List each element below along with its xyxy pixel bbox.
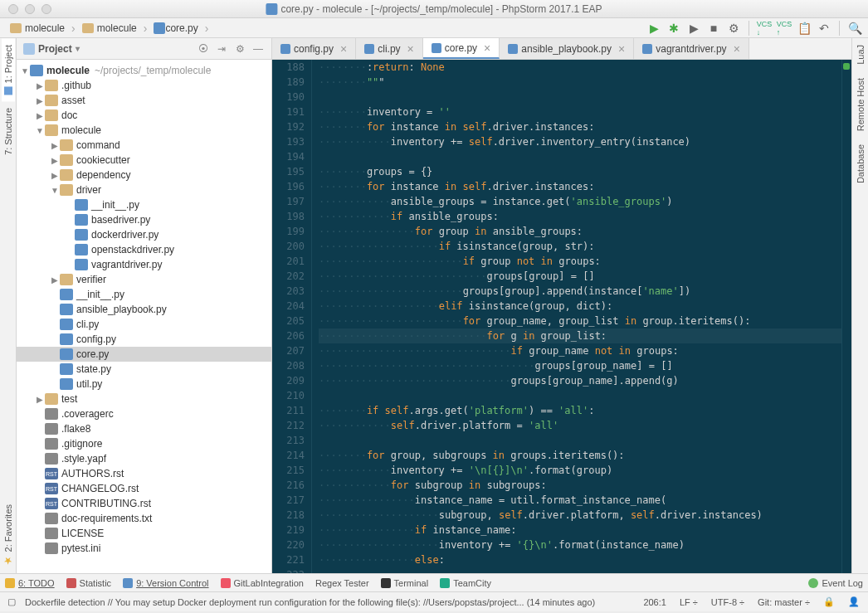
code-line[interactable] bbox=[319, 388, 841, 403]
collapse-all-button[interactable]: ⇥ bbox=[215, 42, 228, 56]
tree-item[interactable]: ▶command bbox=[17, 138, 271, 153]
editor-tab[interactable]: ansible_playbook.py× bbox=[500, 38, 634, 59]
maximize-window-icon[interactable] bbox=[41, 4, 51, 14]
code-line[interactable]: ····························for g in gro… bbox=[319, 328, 841, 343]
editor-tab[interactable]: config.py× bbox=[272, 38, 356, 59]
code-line[interactable]: ········for group, subgroups in groups.i… bbox=[319, 448, 841, 463]
code-line[interactable]: ································groups[g… bbox=[319, 373, 841, 388]
editor-tab[interactable]: core.py× bbox=[423, 38, 500, 59]
tree-item[interactable]: dockerdriver.py bbox=[17, 227, 271, 242]
lock-icon[interactable]: 🔒 bbox=[820, 596, 838, 607]
code-line[interactable]: ········:return: None bbox=[319, 60, 841, 75]
tree-item[interactable]: core.py bbox=[17, 347, 271, 362]
close-window-icon[interactable] bbox=[8, 4, 18, 14]
tree-item[interactable]: ▼driver bbox=[17, 182, 271, 197]
close-tab-icon[interactable]: × bbox=[618, 42, 625, 56]
search-everywhere-button[interactable]: 🔍 bbox=[846, 20, 863, 36]
tree-root[interactable]: ▼molecule~/projects/_temp/molecule bbox=[17, 63, 271, 78]
expand-icon[interactable]: ▼ bbox=[20, 66, 30, 75]
run-button[interactable]: ▶ bbox=[646, 20, 662, 36]
tree-item[interactable]: ▶asset bbox=[17, 93, 271, 108]
breadcrumb-item[interactable]: core.py bbox=[149, 22, 202, 34]
hide-button[interactable]: — bbox=[251, 42, 265, 56]
debug-button[interactable]: ✱ bbox=[666, 20, 682, 36]
code-line[interactable]: ········for instance in self.driver.inst… bbox=[319, 179, 841, 194]
code-line[interactable] bbox=[319, 433, 841, 448]
close-tab-icon[interactable]: × bbox=[484, 41, 490, 55]
tree-item[interactable]: .flake8 bbox=[17, 421, 271, 436]
tree-item[interactable]: pytest.ini bbox=[17, 541, 271, 556]
code-line[interactable]: ········if self.args.get('platform') == … bbox=[319, 403, 841, 418]
tree-item[interactable]: RSTAUTHORS.rst bbox=[17, 466, 271, 481]
tree-item[interactable]: basedriver.py bbox=[17, 212, 271, 227]
breadcrumb-item[interactable]: molecule bbox=[5, 22, 70, 34]
regex-tool-tab[interactable]: Regex Tester bbox=[315, 578, 369, 588]
tree-item[interactable]: vagrantdriver.py bbox=[17, 257, 271, 272]
code-line[interactable]: ····················elif isinstance(grou… bbox=[319, 299, 841, 314]
editor[interactable]: 1881891901911921931941951961971981992002… bbox=[272, 60, 851, 573]
tree-item[interactable]: config.py bbox=[17, 332, 271, 347]
vcs-history-button[interactable]: 📋 bbox=[796, 20, 812, 36]
code-line[interactable]: ····················subgroup, self.drive… bbox=[319, 508, 841, 523]
status-message[interactable]: Dockerfile detection // You may setup Do… bbox=[25, 597, 633, 607]
file-encoding[interactable]: UTF-8 ÷ bbox=[708, 597, 748, 607]
tree-item[interactable]: cli.py bbox=[17, 317, 271, 332]
code-line[interactable]: ············inventory += self.driver.inv… bbox=[319, 134, 841, 149]
expand-icon[interactable]: ▶ bbox=[35, 111, 45, 120]
project-panel-title[interactable]: Project ▾ bbox=[23, 43, 197, 55]
tree-item[interactable]: ▶verifier bbox=[17, 272, 271, 287]
tree-item[interactable]: ▶.github bbox=[17, 78, 271, 93]
expand-icon[interactable]: ▼ bbox=[35, 126, 45, 135]
code-line[interactable]: ················instance_name = util.for… bbox=[319, 493, 841, 508]
tree-item[interactable]: ▶dependency bbox=[17, 168, 271, 182]
code-line[interactable] bbox=[319, 149, 841, 164]
code-line[interactable]: ············ansible_groups = instance.ge… bbox=[319, 194, 841, 209]
editor-scrollbar[interactable] bbox=[841, 60, 851, 573]
vcs-revert-button[interactable]: ↶ bbox=[816, 20, 832, 36]
profile-button[interactable]: ⚙ bbox=[725, 20, 742, 36]
luaj-tool-tab[interactable]: LuaJ bbox=[854, 38, 867, 71]
version-control-tool-tab[interactable]: 9: Version Control bbox=[123, 578, 208, 588]
code-line[interactable]: ············for subgroup in subgroups: bbox=[319, 478, 841, 493]
expand-icon[interactable]: ▶ bbox=[50, 171, 60, 180]
scroll-from-source-button[interactable]: ⦿ bbox=[197, 42, 210, 56]
code-line[interactable]: ············self.driver.platform = 'all' bbox=[319, 418, 841, 433]
favorites-tool-tab[interactable]: ★2: Favorites bbox=[1, 498, 16, 573]
code-line[interactable]: ························for group_name, … bbox=[319, 314, 841, 328]
code-line[interactable]: ························if group not in … bbox=[319, 254, 841, 269]
tree-item[interactable]: ▶doc bbox=[17, 108, 271, 123]
tree-item[interactable]: ▼molecule bbox=[17, 123, 271, 138]
teamcity-tool-tab[interactable]: TeamCity bbox=[440, 578, 491, 588]
code-line[interactable]: ····················inventory += '{}\n'.… bbox=[319, 538, 841, 552]
code-line[interactable]: ····································grou… bbox=[319, 358, 841, 373]
tree-item[interactable]: util.py bbox=[17, 377, 271, 392]
remote-host-tool-tab[interactable]: Remote Host bbox=[854, 71, 867, 138]
vcs-commit-button[interactable]: VCS↓ bbox=[756, 20, 773, 36]
code-line[interactable]: ············inventory += '\n[{}]\n'.form… bbox=[319, 463, 841, 478]
run-coverage-button[interactable]: ▶ bbox=[685, 20, 702, 36]
tree-item[interactable]: openstackdriver.py bbox=[17, 242, 271, 257]
database-tool-tab[interactable]: Database bbox=[854, 138, 867, 190]
tree-item[interactable]: .gitignore bbox=[17, 436, 271, 451]
code-line[interactable]: ········inventory = '' bbox=[319, 105, 841, 119]
git-branch[interactable]: Git: master ÷ bbox=[754, 597, 813, 607]
tree-item[interactable]: __init__.py bbox=[17, 197, 271, 212]
code-line[interactable]: ················for group in ansible_gro… bbox=[319, 224, 841, 239]
code-line[interactable]: ························groups[group].ap… bbox=[319, 284, 841, 299]
tree-item[interactable]: .style.yapf bbox=[17, 451, 271, 466]
project-tree[interactable]: ▼molecule~/projects/_temp/molecule▶.gith… bbox=[17, 60, 271, 573]
line-separator[interactable]: LF ÷ bbox=[676, 597, 701, 607]
todo-tool-tab[interactable]: 6: TODO bbox=[5, 578, 55, 588]
expand-icon[interactable]: ▶ bbox=[50, 156, 60, 165]
breadcrumb-item[interactable]: molecule bbox=[77, 22, 142, 34]
close-tab-icon[interactable]: × bbox=[340, 42, 347, 56]
close-tab-icon[interactable]: × bbox=[407, 42, 414, 56]
code-line[interactable] bbox=[319, 90, 841, 105]
vcs-update-button[interactable]: VCS↑ bbox=[776, 20, 792, 36]
structure-tool-tab[interactable]: 7: Structure bbox=[2, 101, 15, 162]
settings-button[interactable]: ⚙ bbox=[233, 42, 246, 56]
tree-item[interactable]: RSTCHANGELOG.rst bbox=[17, 481, 271, 496]
code-line[interactable]: ········""" bbox=[319, 75, 841, 90]
expand-icon[interactable]: ▶ bbox=[35, 81, 45, 90]
code-line[interactable] bbox=[319, 567, 841, 573]
